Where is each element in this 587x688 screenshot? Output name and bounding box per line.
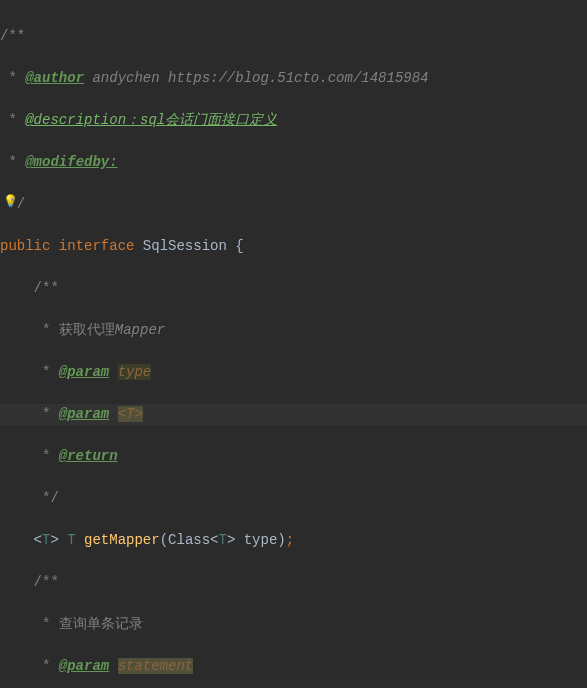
code-line: */ [0,488,587,509]
code-line: /** [0,278,587,299]
type-param: T [67,532,75,548]
comment-text: * [0,322,59,338]
type-param: T [219,532,227,548]
paren: ( [160,532,168,548]
param-name: statement [118,658,194,674]
code-line: * 获取代理Mapper [0,320,587,341]
code-line: * @modifedby: [0,152,587,173]
sp [109,406,117,422]
keyword: public [0,238,50,254]
comment-text: */ [0,196,25,212]
javadoc-tag: @author [25,70,84,86]
comment-text: * [0,406,59,422]
code-line: public interface SqlSession { [0,236,587,257]
code-line-current: * @param <T> [0,404,587,425]
desc-cn-text: 会话门面接口定义 [165,112,277,128]
javadoc-tag: @modifedby: [25,154,117,170]
comment-text: * [0,658,59,674]
interface-name: SqlSession [143,238,227,254]
javadoc-tag: @return [59,448,118,464]
comment-cn: 查询单条记录 [59,616,143,632]
javadoc-tag: @param [59,364,109,380]
code-line: <T> T getMapper(Class<T> type); [0,530,587,551]
comment-text: * [0,616,59,632]
sp [109,364,117,380]
comment-text: * [0,448,59,464]
code-line: /** [0,572,587,593]
angle: < [210,532,218,548]
comment-cn: 获取代理 [59,322,115,338]
param: type [244,532,278,548]
semi: ; [286,532,294,548]
comment-text: * [0,70,25,86]
angle: < [34,532,42,548]
class-name: Class [168,532,210,548]
method-name: getMapper [84,532,160,548]
javadoc-tag: @param [59,658,109,674]
comment-text: /** [0,280,59,296]
param-name: <T> [118,406,143,422]
param-name: type [118,364,152,380]
indent [0,532,34,548]
code-line: * @param statement [0,656,587,677]
angle: > [50,532,67,548]
code-line: * 查询单条记录 [0,614,587,635]
comment-it: Mapper [115,322,165,338]
comment-text: */ [0,490,59,506]
keyword: interface [59,238,135,254]
sp [109,658,117,674]
code-line: */ [0,194,587,215]
author-text: andychen https://blog.51cto.com/14815984 [84,70,428,86]
comment-text: * [0,112,25,128]
comment-text: * [0,364,59,380]
code-line: * @param type [0,362,587,383]
sp [76,532,84,548]
javadoc-tag: @param [59,406,109,422]
code-line: * @return [0,446,587,467]
code-line: /** [0,26,587,47]
paren: ) [277,532,285,548]
code-line: * @description：sql会话门面接口定义 [0,110,587,131]
javadoc-tag: @description： [25,112,140,128]
code-editor[interactable]: /** * @author andychen https://blog.51ct… [0,0,587,688]
brace: { [227,238,244,254]
comment-text: /** [0,28,25,44]
desc-text: sql [140,112,165,128]
comment-text: /** [0,574,59,590]
comment-text: * [0,154,25,170]
code-line: * @author andychen https://blog.51cto.co… [0,68,587,89]
angle: > [227,532,244,548]
